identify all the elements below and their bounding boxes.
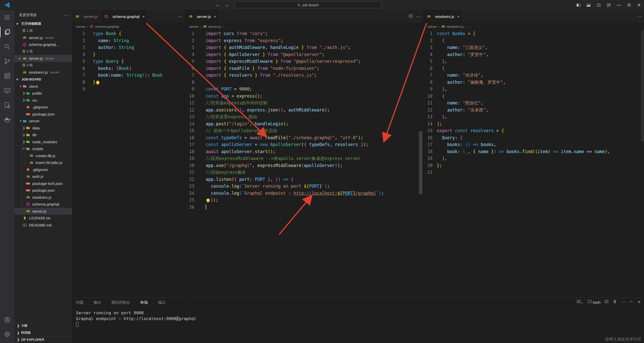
tree-item-insert-50-jobs-js[interactable]: JSinsert-50-jobs.js [14, 159, 72, 166]
toggle-sidebar-icon[interactable] [573, 0, 583, 10]
nav-forward-icon[interactable]: → [223, 2, 231, 9]
open-editor-item[interactable]: ×JSresolvers.jsserver [14, 69, 72, 76]
minimize-icon[interactable]: — [614, 0, 624, 10]
tree-item--gitignore[interactable]: .gitignore [14, 104, 72, 111]
tree-item-package-lock-json[interactable]: npmpackage-lock.json [14, 180, 72, 187]
panel-tab-调试控制台[interactable]: 调试控制台 [111, 300, 130, 305]
tree-item-node-modules[interactable]: ❯node_modules [14, 138, 72, 146]
breadcrumb[interactable]: server›JSserver.js›... [185, 23, 423, 30]
js-icon: JS [22, 56, 27, 61]
tab-resolvers-js[interactable]: JSresolvers.js× [423, 10, 463, 23]
close-icon[interactable]: × [214, 14, 216, 19]
search-icon[interactable] [0, 39, 14, 54]
run-tools-icon[interactable] [0, 98, 14, 112]
more-actions-icon[interactable]: ⋯ [637, 14, 641, 19]
open-editor-item[interactable]: ×JSserver.jsserver [14, 34, 72, 41]
tree-item-src[interactable]: ❯src [14, 97, 72, 104]
tree-item-create-db-js[interactable]: JScreate-db.js [14, 152, 72, 159]
open-editor-item[interactable]: ×schema.graphql... [14, 41, 72, 48]
toggle-secondary-sidebar-icon[interactable] [594, 0, 604, 10]
tree-item-package-json[interactable]: npmpackage.json [14, 111, 72, 118]
panel-tab-终端[interactable]: 终端 [140, 300, 148, 305]
breadcrumb-item[interactable]: server [427, 25, 437, 28]
open-editor-item[interactable]: ×JSserver.jsserver [14, 55, 72, 62]
tree-item-package-json[interactable]: npmpackage.json [14, 187, 72, 194]
toggle-panel-icon[interactable] [583, 0, 594, 10]
project-section[interactable]: ▾ JOB-BOARD [14, 76, 72, 83]
breadcrumb-item[interactable]: server [76, 25, 86, 28]
remote-explorer-icon[interactable] [0, 83, 14, 98]
line-number: 21 [185, 169, 194, 176]
code-editor[interactable]: 1type Book {2name: String3author: String… [72, 30, 185, 93]
tree-item-server-js[interactable]: JSserver.js [14, 208, 72, 215]
open-editors-section[interactable]: ▾ 打开的编辑器 [14, 20, 72, 27]
split-terminal-icon[interactable] [604, 299, 609, 305]
panel-tab-端口[interactable]: 端口 [158, 300, 166, 305]
trash-icon[interactable] [613, 299, 617, 305]
breadcrumb-item[interactable]: ... [225, 25, 228, 28]
close-icon[interactable]: × [457, 14, 460, 19]
code-line: 9 [72, 86, 185, 93]
tree-item-license-txt[interactable]: LICENSE.txt [14, 215, 72, 222]
scrollbar-thumb[interactable] [641, 30, 644, 141]
customize-layout-icon[interactable] [604, 0, 614, 10]
breadcrumb[interactable]: server›schema.graphql [72, 23, 185, 30]
more-actions-icon[interactable]: ⋯ [416, 14, 421, 19]
code-line: 7import { resolvers } from "./resolvers.… [185, 72, 423, 79]
close-panel-icon[interactable]: × [638, 299, 640, 305]
explorer-icon[interactable] [0, 25, 14, 39]
tree-item-resolvers-js[interactable]: JSresolvers.js [14, 194, 72, 201]
terminal-output[interactable]: Server running on port 9000 Graphql endp… [76, 310, 196, 327]
more-actions-icon[interactable]: ⋯ [178, 14, 182, 19]
tab-schema-graphql[interactable]: schema.graphql× [101, 10, 148, 23]
nav-back-icon[interactable]: ← [214, 2, 222, 9]
breadcrumb-item[interactable]: schema.graphql [95, 25, 119, 28]
tree-item-data[interactable]: ❯data [14, 125, 72, 132]
panel-tab-问题[interactable]: 问题 [76, 300, 84, 305]
tree-item--gitignore[interactable]: .gitignore [14, 166, 72, 173]
maximize-panel-icon[interactable] [629, 299, 634, 305]
tab-server-js[interactable]: JSserver.js [72, 10, 101, 23]
scrollbar-thumb[interactable] [419, 131, 422, 194]
code-editor[interactable]: 1import cors from "cors";2import express… [185, 30, 423, 211]
terminal-instance[interactable]: bash [587, 299, 600, 305]
tree-item-server[interactable]: ▾server [14, 118, 72, 125]
close-icon[interactable]: × [18, 56, 22, 61]
breadcrumb[interactable]: server›JSresolvers.js›... [423, 23, 644, 30]
more-actions-icon[interactable]: ⋯ [621, 300, 625, 304]
docker-icon[interactable] [0, 112, 14, 127]
tree-item-public[interactable]: ❯public [14, 90, 72, 97]
code-editor[interactable]: 1const books = [2{3name: "三国演义",4author:… [423, 30, 644, 176]
breadcrumb-item[interactable]: resolvers.js [446, 25, 464, 28]
tree-item-db[interactable]: ❯db [14, 131, 72, 138]
tree-item-readme-md[interactable]: M↓README.md [14, 222, 72, 229]
explorer-more-icon[interactable]: ⋯ [64, 13, 68, 18]
launch-profile-icon[interactable]: ⌄ [577, 299, 583, 305]
line-number: 21 [423, 169, 433, 176]
lightbulb-icon[interactable] [96, 81, 99, 84]
breadcrumb-item[interactable]: ... [468, 25, 471, 28]
source-control-icon[interactable] [0, 54, 14, 69]
panel-tab-输出[interactable]: 输出 [94, 300, 101, 305]
breadcrumb-item[interactable]: server.js [208, 25, 221, 28]
breadcrumb-item[interactable]: server [189, 25, 199, 28]
split-editor-icon[interactable] [409, 14, 413, 19]
tree-item-schema-graphql[interactable]: schema.graphql [14, 201, 72, 208]
tree-item-client[interactable]: ▾client [14, 83, 72, 90]
tree-item-auth-js[interactable]: JSauth.js [14, 173, 72, 180]
code-line: 20app.use("/graphql", expressMiddleware(… [185, 162, 423, 169]
extensions-icon[interactable] [0, 69, 14, 83]
settings-icon[interactable] [0, 327, 14, 341]
section-大纲[interactable]: ❯大纲 [14, 322, 72, 329]
tab-server-js[interactable]: JSserver.js× [185, 10, 220, 23]
close-window-icon[interactable]: ✕ [634, 0, 644, 10]
restore-icon[interactable] [624, 0, 634, 10]
section-ZIP EXPLORER[interactable]: ❯ZIP EXPLORER [14, 336, 72, 343]
tree-item-scripts[interactable]: ▾scripts [14, 145, 72, 152]
account-icon[interactable] [0, 312, 14, 327]
menu-icon[interactable] [0, 10, 14, 25]
close-icon[interactable]: × [143, 14, 145, 19]
command-center-search[interactable]: job-board [235, 2, 381, 8]
section-时间线[interactable]: ❯时间线 [14, 329, 72, 336]
lightbulb-icon[interactable] [206, 198, 210, 202]
